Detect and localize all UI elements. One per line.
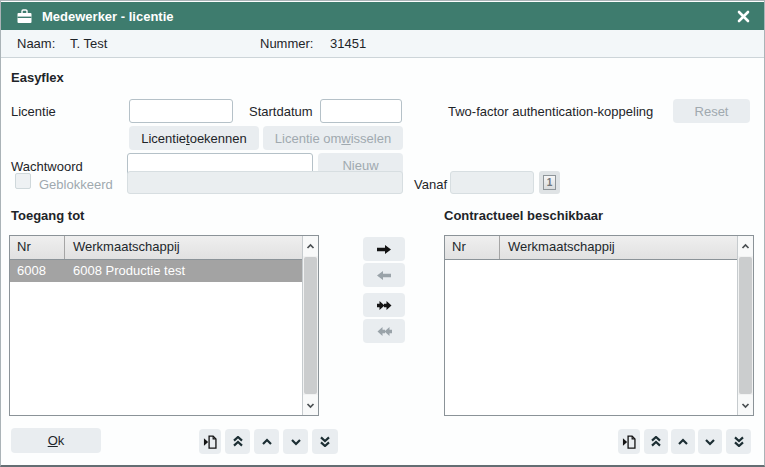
geblokkeerd-checkbox[interactable] [15,173,31,189]
licentie-label: Licentie [11,104,56,120]
title-bar: Medewerker - licentie [1,2,764,30]
last-record-button[interactable] [726,429,751,454]
licentie-omwisselen-button[interactable]: Licentie omwisselen [263,126,403,150]
column-header-werkmaatschappij: Werkmaatschappij [500,236,737,259]
scroll-up-icon[interactable] [738,236,753,256]
goto-record-button[interactable] [618,429,640,454]
access-list-title: Toegang tot [11,208,84,224]
previous-record-button[interactable] [671,429,695,454]
move-all-right-button[interactable] [363,293,405,317]
toolbox-icon [16,9,33,24]
nummer-label: Nummer: [260,36,313,51]
column-header-nr: Nr [10,236,65,259]
next-record-button[interactable] [698,429,722,454]
ok-button[interactable]: Ok [11,428,101,453]
scroll-down-icon[interactable] [303,395,318,415]
arrow-right-icon [376,244,392,255]
access-list: Nr Werkmaatschappij 6008 6008 Productie … [9,235,319,416]
mnemonic: w [341,131,350,146]
startdatum-label: Startdatum [249,104,313,120]
geblokkeerd-label: Geblokkeerd [39,177,113,193]
geblokkeerd-input [127,171,403,194]
previous-record-button[interactable] [254,429,279,454]
move-right-button[interactable] [363,237,405,261]
contract-list-title: Contractueel beschikbaar [444,208,603,224]
twofactor-label: Two-factor authentication-koppeling [448,104,653,120]
licentie-input[interactable] [129,99,233,123]
window-title: Medewerker - licentie [42,9,174,24]
startdatum-input[interactable] [320,99,402,123]
chevron-up-icon [677,438,689,446]
scroll-down-icon[interactable] [738,395,753,415]
first-record-button[interactable] [225,429,250,454]
goto-record-icon [622,434,637,450]
scrollbar-thumb[interactable] [739,257,752,394]
double-arrow-left-icon [376,326,393,337]
goto-record-icon [203,434,218,450]
chevron-down-icon [290,438,302,446]
licentie-toekennen-button[interactable]: Licentie toekennen [129,126,259,150]
cell-nr: 6008 [10,260,65,282]
vanaf-input [450,171,534,194]
header-row: Naam: T. Test Nummer: 31451 [1,30,764,58]
scrollbar-thumb[interactable] [304,257,317,394]
chevron-down-icon [704,438,716,446]
column-header-werkmaatschappij: Werkmaatschappij [65,236,302,259]
contract-list-header: Nr Werkmaatschappij [445,236,737,260]
cell-werkmaatschappij: 6008 Productie test [65,260,302,282]
nummer-value: 31451 [330,36,366,51]
dialog-medewerker-licentie: Medewerker - licentie Naam: T. Test Numm… [0,0,765,467]
next-record-button[interactable] [283,429,308,454]
label-part: Licentie [141,131,186,146]
chevron-up-icon [261,438,273,446]
naam-value: T. Test [70,36,107,51]
double-chevron-down-icon [319,436,331,447]
contract-list: Nr Werkmaatschappij [444,235,754,416]
calendar-day-glyph: 1 [543,175,556,190]
reset-button[interactable]: Reset [673,99,750,123]
label-part: isselen [351,131,391,146]
double-arrow-right-icon [376,300,393,311]
mnemonic: O [48,433,58,448]
goto-record-button[interactable] [199,429,221,454]
label-part: k [58,433,65,448]
move-left-button[interactable] [363,263,405,287]
first-record-button[interactable] [644,429,668,454]
vertical-scrollbar[interactable] [302,236,318,415]
calendar-icon[interactable]: 1 [539,171,560,194]
move-all-left-button[interactable] [363,319,405,343]
close-icon[interactable] [734,7,752,25]
last-record-button[interactable] [312,429,338,454]
vertical-scrollbar[interactable] [737,236,753,415]
label-part: Licentie om [275,131,341,146]
label-part: oekennen [190,131,247,146]
section-title-easyflex: Easyflex [11,70,64,86]
arrow-left-icon [376,270,392,281]
scroll-up-icon[interactable] [303,236,318,256]
table-row[interactable]: 6008 6008 Productie test [10,260,302,282]
vanaf-label: Vanaf [414,177,447,193]
double-chevron-down-icon [733,436,745,447]
double-chevron-up-icon [650,436,662,447]
double-chevron-up-icon [232,436,244,447]
access-list-header: Nr Werkmaatschappij [10,236,302,260]
column-header-nr: Nr [445,236,500,259]
naam-label: Naam: [17,36,55,51]
